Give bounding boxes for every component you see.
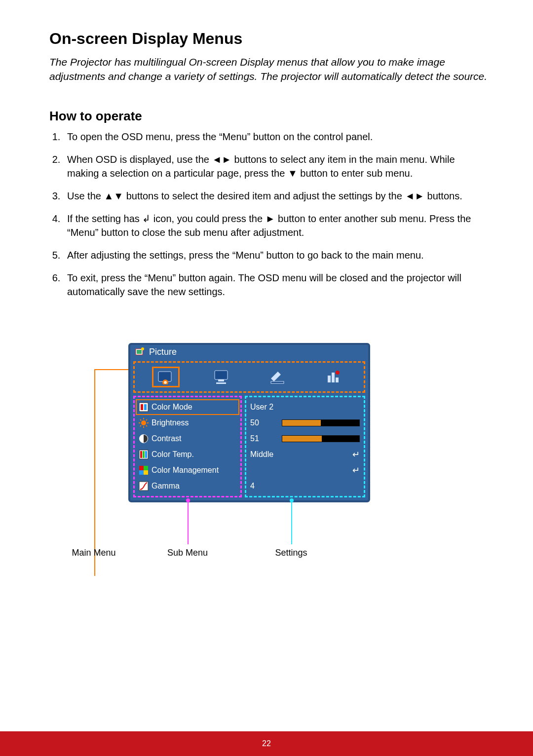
contrast-icon (139, 434, 149, 444)
setting-tab-icon (269, 370, 286, 384)
svg-point-6 (164, 381, 167, 384)
tab-picture[interactable] (152, 367, 180, 387)
callout-dot-sub (186, 498, 190, 502)
step-4: If the setting has ↲ icon, you could pre… (63, 212, 489, 239)
svg-rect-15 (139, 403, 148, 412)
brightness-icon (139, 418, 149, 428)
value-color-mgmt[interactable]: ↵ (249, 462, 361, 478)
value-text: User 2 (250, 403, 278, 412)
slider-contrast[interactable] (282, 435, 360, 442)
svg-rect-17 (144, 404, 147, 410)
page-footer: 22 (0, 731, 533, 756)
step-2: When OSD is displayed, use the ◄► button… (63, 152, 489, 180)
screen-tab-icon (213, 370, 230, 384)
picture-tab-icon (157, 370, 174, 384)
svg-rect-33 (144, 466, 148, 470)
howto-steps: To open the OSD menu, press the “Menu” b… (49, 130, 489, 299)
step-1: To open the OSD menu, press the “Menu” b… (63, 130, 489, 144)
sub-label: Contrast (152, 434, 181, 443)
sub-item-color-mode[interactable]: Color Mode (136, 399, 239, 415)
svg-point-3 (141, 347, 144, 350)
svg-rect-8 (218, 379, 224, 381)
svg-rect-10 (271, 381, 284, 383)
color-mgmt-icon (139, 465, 149, 475)
sub-label: Color Temp. (152, 450, 194, 459)
callout-label-settings: Settings (257, 548, 326, 558)
svg-rect-11 (328, 376, 331, 382)
page-number: 22 (262, 739, 271, 748)
svg-rect-2 (137, 350, 142, 354)
value-text: Middle (250, 450, 278, 459)
svg-rect-31 (145, 451, 147, 458)
value-text: 51 (250, 434, 278, 443)
svg-rect-7 (215, 371, 228, 379)
page-title: On-screen Display Menus (49, 30, 489, 48)
svg-rect-30 (143, 451, 145, 458)
svg-point-14 (336, 371, 340, 375)
callout-label-sub: Sub Menu (153, 548, 222, 558)
step-6: To exit, press the “Menu” button again. … (63, 271, 489, 299)
svg-rect-29 (140, 451, 142, 458)
sub-label: Color Mode (152, 403, 192, 412)
callout-label-main: Main Menu (59, 548, 128, 558)
callout-line-main (94, 369, 133, 576)
sub-item-color-mgmt[interactable]: Color Management (136, 462, 239, 478)
svg-rect-12 (332, 373, 335, 382)
howto-heading: How to operate (49, 109, 489, 124)
value-color-temp[interactable]: Middle ↵ (249, 447, 361, 462)
sub-label: Gamma (152, 482, 180, 491)
color-mode-icon (139, 402, 149, 412)
svg-point-18 (141, 420, 146, 425)
slider-brightness[interactable] (282, 419, 360, 426)
osd-title-text: Picture (149, 347, 177, 357)
value-contrast[interactable]: 51 (249, 431, 361, 447)
callout-line-settings (291, 500, 292, 544)
osd-title-bar: Picture (130, 345, 368, 359)
svg-line-23 (140, 419, 141, 420)
picture-title-icon (135, 347, 145, 356)
settings-panel[interactable]: User 2 50 51 Middle ↵ (245, 396, 365, 497)
tab-option[interactable] (319, 367, 347, 387)
value-brightness[interactable]: 50 (249, 415, 361, 431)
value-text: 4 (250, 482, 278, 491)
svg-rect-32 (139, 466, 144, 470)
svg-line-24 (146, 425, 147, 426)
svg-rect-13 (336, 378, 339, 382)
sub-label: Color Management (152, 466, 219, 475)
callout-dot-settings (290, 498, 294, 502)
main-menu-tabs[interactable] (133, 361, 365, 393)
value-gamma[interactable]: 4 (249, 478, 361, 494)
svg-rect-35 (144, 470, 148, 475)
sub-menu-panel[interactable]: Color Mode Brightness Contrast Color Tem… (133, 396, 242, 497)
step-5: After adjusting the settings, press the … (63, 248, 489, 262)
sub-item-contrast[interactable]: Contrast (136, 431, 239, 447)
sub-item-color-temp[interactable]: Color Temp. (136, 447, 239, 462)
sub-label: Brightness (152, 418, 189, 427)
option-tab-icon (325, 370, 342, 384)
color-temp-icon (139, 450, 149, 459)
sub-item-brightness[interactable]: Brightness (136, 415, 239, 431)
enter-icon: ↵ (352, 465, 360, 476)
svg-rect-16 (141, 404, 143, 410)
enter-icon: ↵ (352, 449, 360, 460)
osd-window: Picture C (128, 343, 370, 502)
svg-line-25 (146, 419, 147, 420)
value-color-mode[interactable]: User 2 (249, 399, 361, 415)
intro-text: The Projector has multilingual On-screen… (49, 55, 489, 84)
tab-setting[interactable] (264, 367, 291, 387)
svg-rect-9 (216, 382, 226, 384)
svg-rect-34 (139, 470, 144, 475)
gamma-icon (139, 481, 149, 491)
sub-item-gamma[interactable]: Gamma (136, 478, 239, 494)
tab-screen[interactable] (208, 367, 235, 387)
svg-line-26 (140, 425, 141, 426)
value-text: 50 (250, 418, 278, 427)
callout-line-sub (188, 500, 189, 544)
step-3: Use the ▲▼ buttons to select the desired… (63, 189, 489, 203)
